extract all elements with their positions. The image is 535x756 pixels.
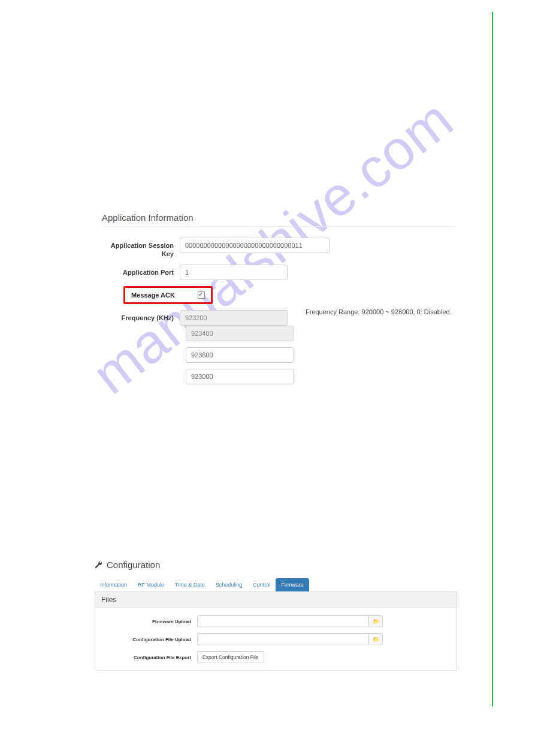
configuration-header: Configuration — [95, 560, 457, 570]
application-port-input[interactable] — [180, 265, 288, 280]
folder-icon: 📁 — [373, 618, 379, 624]
frequency-range-note: Frequency Range: 920000 ~ 928000, 0: Dis… — [306, 308, 452, 315]
folder-icon: 📁 — [373, 636, 379, 642]
config-upload-row: Configuration File Upload 📁 — [101, 633, 451, 645]
tab-scheduling[interactable]: Scheduling — [210, 578, 248, 591]
frequency-label: Frequency (KHz) — [102, 310, 180, 322]
section-divider — [102, 226, 455, 227]
frequency-input-3[interactable] — [186, 369, 294, 384]
config-export-label: Configuration File Export — [101, 655, 197, 660]
tab-information[interactable]: Information — [95, 578, 132, 591]
firmware-upload-browse-button[interactable]: 📁 — [368, 615, 383, 627]
frequency-input-0[interactable] — [180, 310, 288, 326]
tab-control[interactable]: Control — [247, 578, 276, 591]
app-info-title: Application Information — [102, 212, 455, 223]
files-panel-body: Firmware Upload 📁 Configuration File Upl… — [95, 608, 457, 670]
application-port-row: Application Port — [102, 265, 455, 280]
application-port-label: Application Port — [102, 265, 180, 277]
configuration-section: Configuration Information RF Module Time… — [95, 560, 457, 671]
configuration-title: Configuration — [107, 560, 160, 570]
files-panel-title: Files — [95, 592, 457, 608]
frequency-input-1[interactable] — [186, 326, 294, 341]
tab-time-date[interactable]: Time & Date — [170, 578, 210, 591]
frequency-inputs-group — [186, 326, 455, 384]
message-ack-highlight-box: Message ACK — [123, 286, 213, 304]
page-right-border — [492, 12, 493, 706]
tab-firmware[interactable]: Firmware — [276, 578, 309, 591]
export-configuration-button[interactable]: Export Configuration File — [197, 651, 264, 663]
message-ack-checkbox[interactable] — [198, 292, 205, 299]
config-export-row: Configuration File Export Export Configu… — [101, 651, 451, 663]
config-upload-browse-button[interactable]: 📁 — [368, 633, 383, 645]
config-upload-input[interactable] — [197, 633, 368, 645]
config-upload-group: 📁 — [197, 633, 383, 645]
wrench-icon — [95, 561, 103, 569]
firmware-upload-group: 📁 — [197, 615, 383, 627]
message-ack-row: Message ACK — [102, 286, 455, 304]
config-upload-label: Configuration File Upload — [101, 637, 197, 642]
tab-rf-module[interactable]: RF Module — [132, 578, 170, 591]
frequency-input-2[interactable] — [186, 347, 294, 363]
message-ack-label: Message ACK — [131, 292, 175, 299]
session-key-row: Application Session Key — [102, 238, 455, 259]
files-panel: Files Firmware Upload 📁 Configuration Fi… — [95, 592, 457, 671]
firmware-upload-label: Firmware Upload — [101, 619, 197, 624]
session-key-input[interactable] — [180, 238, 330, 253]
config-tabs: Information RF Module Time & Date Schedu… — [95, 578, 457, 592]
application-information-section: Application Information Application Sess… — [102, 212, 455, 390]
firmware-upload-input[interactable] — [197, 615, 368, 627]
session-key-label: Application Session Key — [102, 238, 180, 259]
firmware-upload-row: Firmware Upload 📁 — [101, 615, 451, 627]
